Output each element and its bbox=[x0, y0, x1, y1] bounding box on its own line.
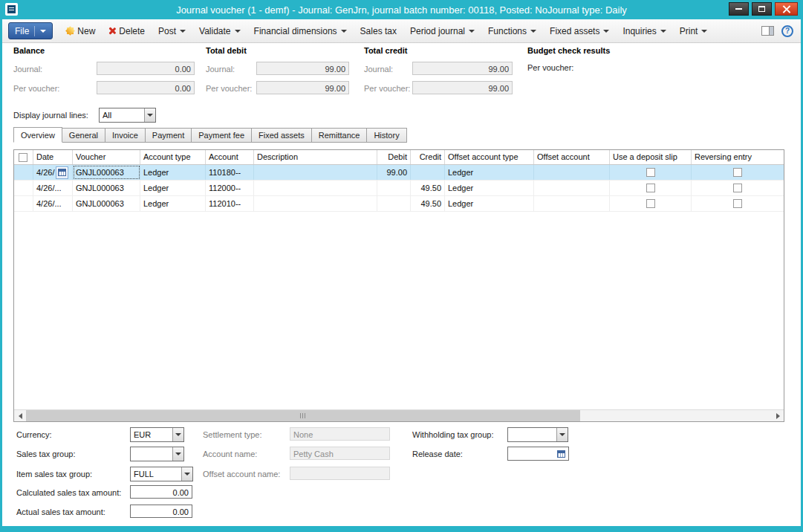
row-1-reversing-entry-checkbox[interactable] bbox=[733, 168, 742, 177]
row-1-account-type-cell[interactable]: Ledger bbox=[140, 165, 206, 180]
row-2-offset-account-type-cell[interactable]: Ledger bbox=[445, 181, 534, 195]
toolbar-inquiries-menu[interactable]: Inquiries bbox=[616, 22, 672, 40]
row-3-account-cell[interactable]: 112010-- bbox=[206, 196, 254, 211]
toolbar-new-button[interactable]: New bbox=[60, 22, 102, 40]
row-2-voucher-cell[interactable]: GNJL000063 bbox=[73, 181, 140, 195]
column-header-credit[interactable]: Credit bbox=[411, 150, 445, 164]
layout-panes-icon[interactable] bbox=[761, 26, 774, 36]
column-header-use-deposit-slip[interactable]: Use a deposit slip bbox=[610, 150, 692, 164]
row-2-account-cell[interactable]: 112000-- bbox=[206, 181, 254, 195]
row-3-description-cell[interactable] bbox=[254, 196, 377, 211]
tab-payment[interactable]: Payment bbox=[146, 128, 192, 143]
row-1-date-cell[interactable]: 4/26/ bbox=[33, 165, 73, 180]
grid-row-2[interactable]: 4/26/... GNJL000063 Ledger 112000-- 49.5… bbox=[14, 181, 784, 196]
account-name-field: Petty Cash bbox=[290, 447, 390, 460]
toolbar-financial-dimensions-menu[interactable]: Financial dimensions bbox=[247, 22, 354, 40]
toolbar-validate-menu[interactable]: Validate bbox=[192, 22, 247, 40]
row-3-offset-account-type-cell[interactable]: Ledger bbox=[445, 196, 534, 211]
row-3-account-type-cell[interactable]: Ledger bbox=[140, 196, 206, 211]
row-1-description-cell[interactable] bbox=[254, 165, 377, 180]
toolbar-sales-tax-button[interactable]: Sales tax bbox=[354, 22, 403, 40]
row-3-debit-cell[interactable] bbox=[377, 196, 411, 211]
column-header-reversing-entry[interactable]: Reversing entry bbox=[692, 150, 784, 164]
row-3-selector[interactable] bbox=[14, 196, 33, 211]
grid-row-1[interactable]: 4/26/ GNJL000063 Ledger 110180-- 99.00 L… bbox=[14, 165, 784, 181]
row-1-selector[interactable] bbox=[14, 165, 33, 180]
scrollbar-thumb[interactable] bbox=[26, 410, 580, 421]
item-sales-tax-group-select[interactable]: FULL bbox=[130, 467, 193, 481]
close-button[interactable] bbox=[775, 2, 798, 16]
row-1-date-picker-button[interactable] bbox=[56, 166, 68, 179]
column-header-debit[interactable]: Debit bbox=[377, 150, 411, 164]
tab-invoice[interactable]: Invoice bbox=[105, 128, 146, 143]
row-3-use-deposit-slip-cell bbox=[610, 196, 692, 211]
actual-sales-tax-field[interactable]: 0.00 bbox=[130, 505, 192, 518]
calculated-sales-tax-field[interactable]: 0.00 bbox=[130, 485, 192, 499]
row-2-debit-cell[interactable] bbox=[377, 181, 411, 195]
column-header-account[interactable]: Account bbox=[206, 150, 254, 164]
column-header-offset-account[interactable]: Offset account bbox=[534, 150, 610, 164]
row-2-description-cell[interactable] bbox=[254, 181, 377, 195]
tab-overview-label: Overview bbox=[21, 131, 55, 140]
maximize-button[interactable] bbox=[752, 2, 772, 16]
row-3-use-deposit-slip-checkbox[interactable] bbox=[646, 199, 655, 208]
horizontal-scrollbar[interactable] bbox=[14, 409, 784, 421]
release-date-picker-button[interactable] bbox=[555, 448, 568, 459]
row-2-account-type-cell[interactable]: Ledger bbox=[140, 181, 206, 195]
select-all-checkbox[interactable] bbox=[19, 153, 27, 162]
row-2-reversing-entry-checkbox[interactable] bbox=[733, 184, 742, 192]
toolbar-print-menu[interactable]: Print bbox=[673, 22, 715, 40]
row-3-reversing-entry-checkbox[interactable] bbox=[733, 199, 742, 208]
toolbar-post-menu[interactable]: Post bbox=[152, 22, 192, 40]
row-1-use-deposit-slip-checkbox[interactable] bbox=[646, 168, 655, 177]
row-2-date-cell[interactable]: 4/26/... bbox=[33, 181, 73, 195]
column-header-offset-account-type[interactable]: Offset account type bbox=[445, 150, 534, 164]
column-header-account-type[interactable]: Account type bbox=[140, 150, 206, 164]
scrollbar-track[interactable] bbox=[580, 410, 772, 421]
row-1-voucher-cell[interactable]: GNJL000063 bbox=[73, 165, 140, 180]
toolbar-fixed-assets-menu[interactable]: Fixed assets bbox=[543, 22, 616, 40]
row-1-offset-account-type-cell[interactable]: Ledger bbox=[445, 165, 534, 180]
tab-overview[interactable]: Overview bbox=[13, 127, 62, 143]
grid-row-3[interactable]: 4/26/... GNJL000063 Ledger 112010-- 49.5… bbox=[14, 196, 784, 212]
help-icon[interactable]: ? bbox=[781, 25, 793, 37]
balance-per-voucher-field: 0.00 bbox=[97, 81, 195, 94]
row-3-offset-account-cell[interactable] bbox=[534, 196, 610, 211]
toolbar-delete-button[interactable]: Delete bbox=[102, 22, 152, 40]
row-2-credit-cell[interactable]: 49.50 bbox=[411, 181, 445, 195]
column-header-description[interactable]: Description bbox=[254, 150, 377, 164]
row-2-selector[interactable] bbox=[14, 181, 33, 195]
row-1-debit-cell[interactable]: 99.00 bbox=[377, 165, 411, 180]
row-2-use-deposit-slip-checkbox[interactable] bbox=[646, 184, 655, 192]
tab-remittance[interactable]: Remittance bbox=[312, 128, 368, 143]
display-journal-lines-select[interactable]: All bbox=[99, 108, 156, 123]
toolbar-functions-menu[interactable]: Functions bbox=[481, 22, 543, 40]
tab-general[interactable]: General bbox=[62, 128, 105, 143]
scroll-right-button[interactable] bbox=[772, 410, 784, 421]
minimize-button[interactable] bbox=[729, 2, 749, 16]
tab-payment-fee[interactable]: Payment fee bbox=[192, 128, 252, 143]
settlement-type-field: None bbox=[290, 427, 390, 441]
row-1-offset-account-cell[interactable] bbox=[534, 165, 610, 180]
actual-sales-tax-label: Actual sales tax amount: bbox=[16, 507, 105, 516]
sales-tax-group-select[interactable] bbox=[130, 447, 184, 461]
column-header-date[interactable]: Date bbox=[33, 150, 73, 164]
tab-fixed-assets[interactable]: Fixed assets bbox=[252, 128, 312, 143]
release-date-field[interactable] bbox=[507, 447, 569, 461]
row-3-voucher-cell[interactable]: GNJL000063 bbox=[73, 196, 140, 211]
row-1-credit-cell[interactable] bbox=[411, 165, 445, 180]
toolbar-period-journal-menu[interactable]: Period journal bbox=[403, 22, 481, 40]
tab-history[interactable]: History bbox=[367, 128, 406, 143]
titlebar[interactable]: Journal voucher (1 - demf) - Journal: Ge… bbox=[0, 0, 803, 19]
close-icon bbox=[782, 5, 790, 13]
withholding-tax-group-select[interactable] bbox=[507, 427, 568, 442]
row-2-offset-account-cell[interactable] bbox=[534, 181, 610, 195]
file-menu-button[interactable]: File bbox=[8, 22, 53, 39]
row-3-credit-cell[interactable]: 49.50 bbox=[411, 196, 445, 211]
file-menu-label: File bbox=[15, 26, 29, 36]
row-3-date-cell[interactable]: 4/26/... bbox=[33, 196, 73, 211]
column-header-voucher[interactable]: Voucher bbox=[73, 150, 140, 164]
scroll-left-button[interactable] bbox=[14, 410, 26, 421]
currency-select[interactable]: EUR bbox=[130, 427, 184, 442]
row-1-account-cell[interactable]: 110180-- bbox=[206, 165, 254, 180]
